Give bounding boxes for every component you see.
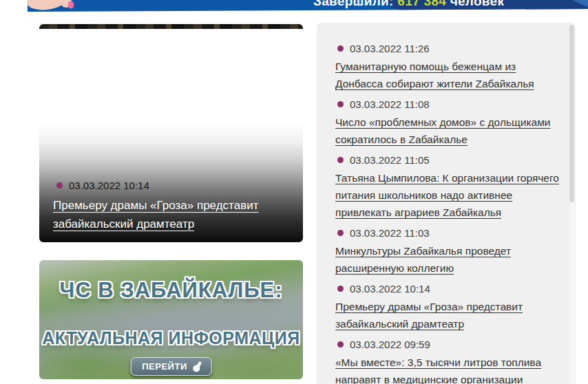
banner-text: Завершили: 617 384 человек xyxy=(313,0,504,9)
dot-icon xyxy=(337,101,344,107)
go-button[interactable]: ПЕРЕЙТИ xyxy=(130,357,212,376)
pointing-hand-icon xyxy=(26,0,81,15)
news-item: 03.03.2022 11:26Гуманитарную помощь беже… xyxy=(335,43,564,92)
news-list-panel: 03.03.2022 11:26Гуманитарную помощь беже… xyxy=(317,23,576,384)
news-date: 03.03.2022 11:05 xyxy=(350,154,430,166)
featured-date-row: 03.03.2022 10:14 xyxy=(56,180,292,191)
banner-prefix: Завершили: xyxy=(313,0,394,8)
scrollbar-track[interactable] xyxy=(569,24,575,384)
news-date-row: 03.03.2022 11:03 xyxy=(335,227,564,239)
pointing-hand-icon xyxy=(191,361,203,372)
news-date: 03.03.2022 11:08 xyxy=(350,98,430,110)
news-date-row: 03.03.2022 11:08 xyxy=(335,98,564,110)
page: Завершили: 617 384 человек 03.03.2022 10… xyxy=(0,0,588,384)
news-date-row: 03.03.2022 11:05 xyxy=(335,154,564,166)
news-list: 03.03.2022 11:26Гуманитарную помощь беже… xyxy=(335,43,564,384)
dot-icon xyxy=(337,341,344,348)
dot-icon xyxy=(337,230,344,236)
featured-photo xyxy=(39,24,303,29)
dot-icon xyxy=(56,182,63,189)
news-date: 03.03.2022 10:14 xyxy=(350,283,430,295)
dot-icon xyxy=(337,157,344,163)
news-date: 03.03.2022 09:59 xyxy=(350,339,430,350)
dot-icon xyxy=(337,286,344,292)
banner-count: 617 384 xyxy=(397,0,446,8)
news-date-row: 03.03.2022 09:59 xyxy=(335,339,564,350)
banner-suffix: человек xyxy=(450,0,505,8)
news-item: 03.03.2022 11:03Минкультуры Zабайкалья п… xyxy=(335,227,564,277)
emergency-banner-title: ЧС В ЗАБАЙКАЛЬЕ: xyxy=(39,278,303,303)
news-item: 03.03.2022 09:59«Мы вместе»: 3,5 тысячи … xyxy=(335,339,564,384)
featured-news-card[interactable]: 03.03.2022 10:14 Премьеру драмы «Гроза» … xyxy=(39,24,303,242)
news-link[interactable]: Гуманитарную помощь беженцам из Донбасса… xyxy=(335,58,564,92)
news-item: 03.03.2022 10:14Премьеру драмы «Гроза» п… xyxy=(335,283,564,332)
emergency-banner-subtitle: АКТУАЛЬНАЯ ИНФОРМАЦИЯ xyxy=(39,328,303,348)
news-date-row: 03.03.2022 11:26 xyxy=(335,43,564,54)
go-button-label: ПЕРЕЙТИ xyxy=(142,361,187,372)
news-link[interactable]: Минкультуры Zабайкалья проведет расширен… xyxy=(335,242,564,277)
news-link[interactable]: Премьеру драмы «Гроза» представит забайк… xyxy=(335,298,564,332)
featured-date: 03.03.2022 10:14 xyxy=(69,180,149,191)
dot-icon xyxy=(337,45,344,52)
census-banner[interactable]: Завершили: 617 384 человек xyxy=(0,0,588,14)
emergency-info-banner[interactable]: ЧС В ЗАБАЙКАЛЬЕ: АКТУАЛЬНАЯ ИНФОРМАЦИЯ П… xyxy=(39,260,303,379)
news-date: 03.03.2022 11:03 xyxy=(350,227,430,239)
featured-caption: 03.03.2022 10:14 Премьеру драмы «Гроза» … xyxy=(53,180,292,233)
news-link[interactable]: Татьяна Цымпилова: К организации горячег… xyxy=(335,169,564,221)
featured-title-link[interactable]: Премьеру драмы «Гроза» представит забайк… xyxy=(53,196,292,233)
news-date: 03.03.2022 11:26 xyxy=(350,43,430,54)
news-link[interactable]: «Мы вместе»: 3,5 тысячи литров топлива н… xyxy=(335,354,564,384)
scrollbar-thumb[interactable] xyxy=(569,25,574,202)
news-link[interactable]: Число «проблемных домов» с дольщиками со… xyxy=(335,114,564,148)
news-item: 03.03.2022 11:05Татьяна Цымпилова: К орг… xyxy=(335,154,564,221)
news-date-row: 03.03.2022 10:14 xyxy=(335,283,564,295)
news-item: 03.03.2022 11:08Число «проблемных домов»… xyxy=(335,98,564,148)
